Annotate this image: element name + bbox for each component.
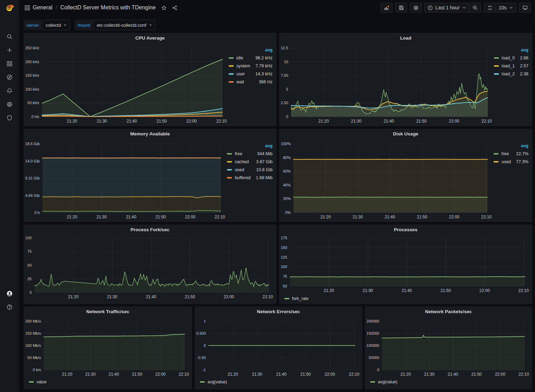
x-axis-tick-label: 22:10 <box>262 294 273 299</box>
legend-series-name: avg(value) <box>208 380 227 384</box>
save-dashboard-button[interactable] <box>395 3 407 12</box>
x-axis-tick-label: 21:30 <box>424 372 435 377</box>
legend-header-avg[interactable]: avg <box>511 142 528 150</box>
legend-series-system[interactable]: system <box>229 64 250 68</box>
legend-series-free[interactable]: free <box>494 151 511 156</box>
y-axis-tick-label: 50 Mb/s <box>27 356 41 360</box>
breadcrumb-title[interactable]: CollectD Server Metrics with TDengine <box>60 5 155 11</box>
y-axis-tick-label: 1 <box>204 319 206 323</box>
legend-series-fork_rate[interactable]: fork_rate <box>284 296 308 301</box>
series-color-dash <box>229 81 234 83</box>
panel-title[interactable]: Load <box>279 33 532 42</box>
refresh-interval-picker[interactable]: 10s <box>496 3 516 12</box>
breadcrumb-section[interactable]: General <box>33 5 52 11</box>
legend-series-name: avg(value) <box>378 380 397 384</box>
panel-title[interactable]: CPU Average <box>24 33 276 42</box>
legend-series-used[interactable]: used <box>494 159 511 164</box>
series-color-dash <box>227 169 232 170</box>
legend-series-idle[interactable]: idle <box>229 56 250 60</box>
panel-title[interactable]: Disk Usage <box>279 129 532 138</box>
legend-series-load_2[interactable]: load_2 <box>494 72 515 76</box>
legend-series-load_0[interactable]: load_0 <box>494 56 515 60</box>
x-axis-tick-label: 22:00 <box>185 215 195 219</box>
sidebar-item-create[interactable] <box>0 43 19 57</box>
chart-fork: 025507510021:2021:3021:4021:5022:0022:10 <box>24 234 276 303</box>
panel-title[interactable]: Process Fork/sec <box>24 225 276 234</box>
zoom-out-button[interactable] <box>469 3 481 12</box>
sidebar-item-search[interactable] <box>0 30 19 43</box>
legend-series-free[interactable]: free <box>227 151 251 156</box>
compass-icon <box>7 74 13 80</box>
x-axis-tick-label: 21:20 <box>321 215 331 219</box>
legend-series-load_1[interactable]: load_1 <box>494 64 515 68</box>
bell-icon <box>7 88 13 94</box>
legend-header-avg[interactable]: avg <box>250 46 273 54</box>
sidebar-item-help[interactable] <box>0 300 19 314</box>
x-axis-tick-label: 21:50 <box>300 372 311 377</box>
legend-series-buffered[interactable]: buffered <box>227 175 251 180</box>
y-axis-tick-label: 50000 <box>368 356 379 360</box>
panel-title[interactable]: Network Traffic/sec <box>24 307 192 316</box>
y-axis-tick-label: 4.66 Gib <box>25 193 40 198</box>
time-range-picker[interactable]: Last 1 hour <box>424 3 469 12</box>
panel-title[interactable]: Network Packets/sec <box>365 307 532 316</box>
grafana-logo[interactable] <box>5 3 15 14</box>
panel-title[interactable]: Network Errors/sec <box>195 307 362 316</box>
panel-title[interactable]: Memory Available <box>24 129 276 138</box>
legend-header-avg[interactable]: avg <box>515 46 528 54</box>
dashboard-settings-button[interactable] <box>410 3 422 12</box>
legend: fork_rate <box>279 294 532 303</box>
x-axis-tick-label: 22:00 <box>495 372 505 377</box>
sidebar-item-explore[interactable] <box>0 70 19 84</box>
series-color-dash <box>494 153 498 155</box>
sidebar-item-user-profile[interactable] <box>0 287 19 300</box>
y-axis-tick-label: 60% <box>283 169 291 173</box>
x-axis-tick-label: 21:50 <box>417 215 427 219</box>
sidebar-item-configuration[interactable] <box>0 98 19 111</box>
y-axis-tick-label: 200 Mb/s <box>25 319 41 323</box>
legend-series-cached[interactable]: cached <box>227 159 251 164</box>
legend-series-value: 1.68 Mib <box>251 174 273 182</box>
variable-value-dropdown[interactable]: etc-collectd-collectd.conf <box>94 20 155 30</box>
x-axis-tick-label: 21:20 <box>62 372 72 377</box>
sidebar-item-alerting[interactable] <box>0 84 19 98</box>
series-color-dash <box>494 73 499 75</box>
legend-series-value[interactable]: value <box>29 380 47 384</box>
legend-series-value: 344 Mib <box>251 150 273 158</box>
caret-down-icon <box>63 23 67 27</box>
cycle-view-mode-button[interactable] <box>519 3 531 12</box>
add-panel-button[interactable] <box>381 3 392 12</box>
x-axis-tick-label: 21:30 <box>96 215 107 219</box>
legend-series-avg(value)[interactable]: avg(value) <box>200 380 227 384</box>
legend-series-avg(value)[interactable]: avg(value) <box>370 380 397 384</box>
panel-title[interactable]: Processes <box>279 225 532 234</box>
sidebar-item-server-admin[interactable] <box>0 111 19 125</box>
y-axis-tick-label: -1 <box>202 368 206 372</box>
series-fill-idle <box>42 59 222 117</box>
share-icon[interactable] <box>172 5 177 10</box>
x-axis-tick-label: 21:30 <box>351 119 362 124</box>
question-circle-icon <box>7 304 13 310</box>
series-color-dash <box>227 177 232 178</box>
sidebar-item-dashboards[interactable] <box>0 57 19 70</box>
y-axis-tick-label: 150 kHz <box>25 73 39 77</box>
legend-series-name: system <box>236 64 250 68</box>
x-axis-tick-label: 22:00 <box>325 372 335 377</box>
sidebar-menu <box>0 30 19 125</box>
x-axis-tick-label: 21:30 <box>107 294 117 299</box>
refresh-button[interactable] <box>484 3 496 12</box>
series-color-dash <box>29 381 34 383</box>
caret-down-icon <box>149 23 152 27</box>
legend-series-user[interactable]: user <box>229 72 250 76</box>
x-axis-tick-label: 21:20 <box>400 372 411 377</box>
x-axis-tick-label: 21:40 <box>402 288 412 293</box>
y-axis-tick-label: 150 Mb/s <box>25 331 41 335</box>
legend-header-avg[interactable]: avg <box>251 142 273 150</box>
y-axis-tick-label: 5 <box>286 87 288 91</box>
star-icon[interactable] <box>161 5 167 10</box>
legend: avgfree344 Mibcached3.67 Gibused10.8 Gib… <box>223 138 276 222</box>
legend-series-used[interactable]: used <box>227 167 251 172</box>
variable-value-dropdown[interactable]: collectd <box>42 20 70 30</box>
legend-series-wait[interactable]: wait <box>229 80 250 84</box>
y-axis-tick-label: 20% <box>283 197 291 201</box>
